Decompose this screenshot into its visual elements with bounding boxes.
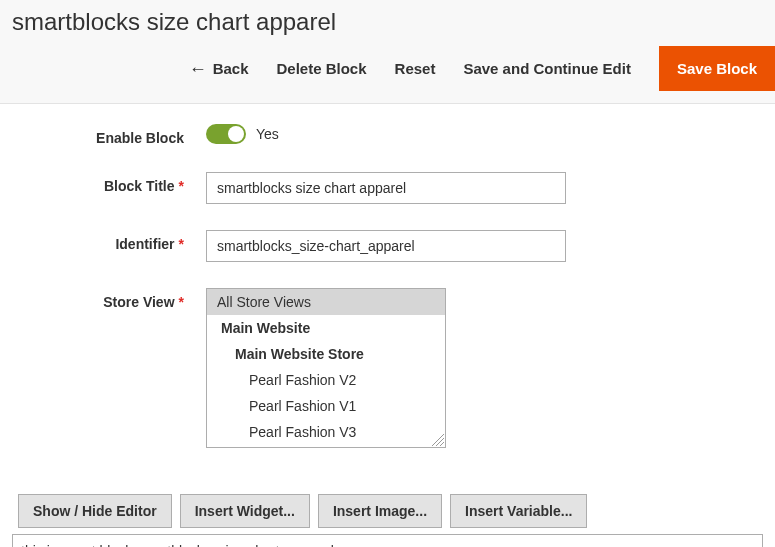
enable-block-value: Yes: [256, 126, 279, 142]
arrow-left-icon: ←: [189, 60, 207, 78]
delete-block-button[interactable]: Delete Block: [277, 60, 367, 77]
save-block-button[interactable]: Save Block: [659, 46, 775, 91]
enable-block-label-text: Enable Block: [96, 130, 184, 146]
editor-toolbar: Show / Hide Editor Insert Widget... Inse…: [0, 494, 775, 534]
store-view-option-all[interactable]: All Store Views: [207, 289, 445, 315]
store-view-group-main-website[interactable]: Main Website: [207, 315, 445, 341]
enable-block-label: Enable Block: [0, 124, 206, 146]
form-area: Enable Block Yes Block Title* Identifier…: [0, 104, 775, 494]
save-continue-button[interactable]: Save and Continue Edit: [463, 60, 631, 77]
store-view-control: All Store Views Main Website Main Websit…: [206, 288, 446, 448]
editor-line-1: this is smart block smartblocks_size-cha…: [21, 541, 754, 547]
enable-block-toggle[interactable]: [206, 124, 246, 144]
identifier-label-text: Identifier: [115, 236, 174, 252]
store-view-select[interactable]: All Store Views Main Website Main Websit…: [206, 288, 446, 448]
page-header: smartblocks size chart apparel ← Back De…: [0, 0, 775, 104]
block-title-label-text: Block Title: [104, 178, 175, 194]
editor-text-spellerr: apparel: [287, 543, 334, 547]
field-block-title: Block Title*: [0, 172, 775, 204]
block-title-label: Block Title*: [0, 172, 206, 194]
show-hide-editor-button[interactable]: Show / Hide Editor: [18, 494, 172, 528]
reset-button[interactable]: Reset: [395, 60, 436, 77]
editor-text: _size-chart_: [211, 543, 287, 547]
field-enable-block: Enable Block Yes: [0, 124, 775, 146]
field-store-view: Store View* All Store Views Main Website…: [0, 288, 775, 448]
store-view-option-pearl-v3[interactable]: Pearl Fashion V3: [207, 419, 445, 445]
toggle-knob: [228, 126, 244, 142]
resize-handle-icon[interactable]: [432, 434, 444, 446]
identifier-label: Identifier*: [0, 230, 206, 252]
editor-text: this is smart block: [21, 543, 136, 547]
content-editor[interactable]: this is smart block smartblocks_size-cha…: [12, 534, 763, 547]
identifier-control: [206, 230, 566, 262]
insert-image-button[interactable]: Insert Image...: [318, 494, 442, 528]
store-view-label: Store View*: [0, 288, 206, 310]
block-title-input[interactable]: [206, 172, 566, 204]
back-button-label: Back: [213, 60, 249, 77]
store-view-subgroup-main-website-store[interactable]: Main Website Store: [207, 341, 445, 367]
identifier-input[interactable]: [206, 230, 566, 262]
block-title-control: [206, 172, 566, 204]
editor-text-spellerr: smartblocks: [136, 543, 211, 547]
required-asterisk: *: [179, 294, 184, 310]
page-actions: ← Back Delete Block Reset Save and Conti…: [0, 46, 775, 91]
enable-block-control: Yes: [206, 124, 279, 144]
store-view-label-text: Store View: [103, 294, 174, 310]
insert-widget-button[interactable]: Insert Widget...: [180, 494, 310, 528]
required-asterisk: *: [179, 178, 184, 194]
store-view-option-pearl-v2[interactable]: Pearl Fashion V2: [207, 367, 445, 393]
store-view-option-pearl-v1[interactable]: Pearl Fashion V1: [207, 393, 445, 419]
required-asterisk: *: [179, 236, 184, 252]
back-button[interactable]: ← Back: [189, 60, 249, 78]
insert-variable-button[interactable]: Insert Variable...: [450, 494, 587, 528]
page-title: smartblocks size chart apparel: [0, 0, 775, 46]
field-identifier: Identifier*: [0, 230, 775, 262]
